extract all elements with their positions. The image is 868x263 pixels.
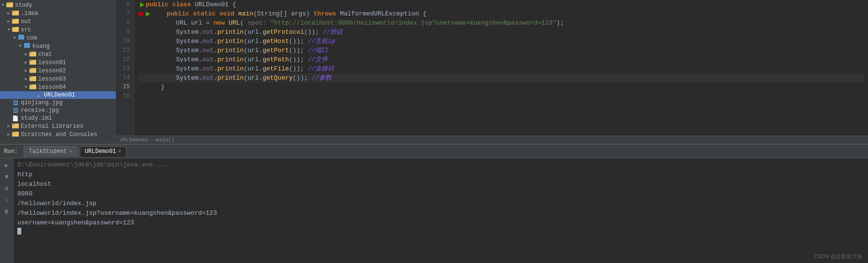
output-line-0: D:\Environment\jdk8\jdk\bin\java.exe ... xyxy=(17,160,864,170)
sidebar-item-studyiml[interactable]: 📄study.iml xyxy=(0,114,116,122)
line-num-13: 13 xyxy=(120,64,130,73)
file-tree: ▼study▶.idea▶out▼src▼com▼kuang▶chat▶less… xyxy=(0,0,116,144)
tree-icon-folder xyxy=(12,26,19,33)
sidebar-item-extlibs[interactable]: ▶External Libraries xyxy=(0,122,116,130)
tree-label-kuang: kuang xyxy=(32,43,50,50)
tree-arrow-extlibs: ▶ xyxy=(6,124,12,129)
line-num-16: 16 xyxy=(120,92,130,101)
code-area[interactable]: public class URLDemo01 { public static v… xyxy=(134,0,868,136)
sidebar-item-idea[interactable]: ▶.idea xyxy=(0,9,116,17)
tree-arrow-lesson03: ▶ xyxy=(23,76,29,82)
sidebar-item-receive[interactable]: 🖼receive.jpg xyxy=(0,107,116,114)
output-line-2: localhost xyxy=(17,180,864,189)
sidebar-item-src[interactable]: ▼src xyxy=(0,26,116,34)
code-text-7: public class URLDemo01 { xyxy=(146,0,236,9)
output-text[interactable]: D:\Environment\jdk8\jdk\bin\java.exe ...… xyxy=(14,158,868,263)
svg-rect-9 xyxy=(19,36,23,39)
tree-icon-folder xyxy=(12,18,19,25)
tree-arrow-idea: ▶ xyxy=(6,11,12,16)
line-num-10: 10 xyxy=(120,37,130,46)
svg-rect-1 xyxy=(6,2,9,4)
output-line-3: 8080 xyxy=(17,189,864,199)
run-label: Run: xyxy=(4,148,18,155)
sidebar-item-lesson04[interactable]: ▼lesson04 xyxy=(0,83,116,91)
run-tab-label-TalkStudent: TalkStudent xyxy=(29,148,67,155)
tree-arrow-study: ▼ xyxy=(0,3,6,8)
output-line-7 xyxy=(17,228,864,235)
tree-arrow-src: ▼ xyxy=(6,28,12,32)
output-controls: ▶ ■ ⏸ ⤵ 🗑 xyxy=(0,158,14,263)
sidebar-item-kuang[interactable]: ▼kuang xyxy=(0,42,116,50)
run-tab-close-URLDemo01[interactable]: × xyxy=(118,149,121,154)
watermark: CSDN @@星辰大海 xyxy=(813,253,862,260)
tree-label-chat: chat xyxy=(38,51,52,58)
code-text-14: System.out.println(url.getFile()); //全路径 xyxy=(146,64,334,73)
clear-button[interactable]: 🗑 xyxy=(2,207,12,216)
sidebar-item-lesson02[interactable]: ▶lesson02 xyxy=(0,67,116,75)
stop-button[interactable]: ■ xyxy=(2,172,12,181)
svg-rect-17 xyxy=(29,68,32,69)
tree-label-receive: receive.jpg xyxy=(21,107,59,114)
code-line-11: System.out.println(url.getHost()); //主机i… xyxy=(138,37,864,46)
tree-icon-folder xyxy=(12,131,19,138)
step-button[interactable]: ⤵ xyxy=(2,195,12,205)
sidebar-item-URLDemo01[interactable]: ☕URLDemo01 xyxy=(0,91,116,99)
output-area: ▶ ■ ⏸ ⤵ 🗑 D:\Environment\jdk8\jdk\bin\ja… xyxy=(0,158,868,263)
code-line-16: } xyxy=(138,83,864,92)
tree-icon-folder xyxy=(29,75,37,83)
run-again-button[interactable]: ▶ xyxy=(2,160,12,170)
sidebar-item-study[interactable]: ▼study xyxy=(0,1,116,9)
editor-content: 678910111213141516 public class URLDemo0… xyxy=(116,0,868,136)
tree-icon-package xyxy=(17,34,25,42)
tree-icon-folder xyxy=(6,1,14,9)
main-area: ▼study▶.idea▶out▼src▼com▼kuang▶chat▶less… xyxy=(0,0,868,145)
tree-label-studyiml: study.iml xyxy=(21,115,52,122)
code-text-16: } xyxy=(146,83,165,92)
gutter-icon-8[interactable] xyxy=(144,12,152,16)
pause-button[interactable]: ⏸ xyxy=(2,183,12,193)
sidebar-item-qinjiang[interactable]: 🖼qinjiang.jpg xyxy=(0,99,116,107)
sidebar-item-out[interactable]: ▶out xyxy=(0,17,116,26)
gutter-icon-7[interactable] xyxy=(138,2,146,7)
code-line-8: public static void main(String[] args) t… xyxy=(138,9,864,18)
code-line-13: System.out.println(url.getPath()); //文件 xyxy=(138,55,864,64)
run-tab-URLDemo01[interactable]: URLDemo01× xyxy=(80,146,126,157)
sidebar-item-lesson03[interactable]: ▶lesson03 xyxy=(0,75,116,83)
output-line-1: http xyxy=(17,170,864,180)
tree-icon-folder xyxy=(29,51,37,58)
sidebar-item-com[interactable]: ▼com xyxy=(0,34,116,42)
tree-label-idea: .idea xyxy=(21,10,38,17)
run-tab-TalkStudent[interactable]: TalkStudent× xyxy=(24,146,78,157)
code-line-9: URL url = new URL( spec: "http://localho… xyxy=(138,18,864,28)
breakpoint-8[interactable] xyxy=(138,12,143,16)
run-panel: Run: TalkStudent×URLDemo01× ▶ ■ ⏸ ⤵ 🗑 D:… xyxy=(0,145,868,263)
svg-rect-15 xyxy=(29,60,32,61)
tree-icon-java: ☕ xyxy=(35,92,42,98)
sidebar-item-scratches[interactable]: ▶Scratches and Consoles xyxy=(0,130,116,138)
tree-arrow-kuang: ▼ xyxy=(17,44,23,49)
run-tabs-list: TalkStudent×URLDemo01× xyxy=(24,146,126,157)
svg-rect-25 xyxy=(12,132,15,133)
svg-rect-13 xyxy=(29,52,32,53)
sidebar-item-lesson01[interactable]: ▶lesson01 xyxy=(0,58,116,67)
code-text-10: System.out.println(url.getProtocol()); /… xyxy=(146,28,343,37)
run-tabs-bar: Run: TalkStudent×URLDemo01× xyxy=(0,145,868,158)
tree-arrow-lesson02: ▶ xyxy=(23,68,29,73)
tree-label-qinjiang: qinjiang.jpg xyxy=(21,99,62,106)
tree-arrow-lesson04: ▼ xyxy=(23,85,29,90)
code-text-15: System.out.println(url.getQuery()); //参数 xyxy=(146,73,332,83)
svg-rect-3 xyxy=(12,11,15,12)
sidebar-item-chat[interactable]: ▶chat xyxy=(0,50,116,58)
tree-icon-folder xyxy=(12,10,19,17)
run-tab-label-URLDemo01: URLDemo01 xyxy=(85,148,116,155)
line-num-11: 11 xyxy=(120,46,130,55)
svg-rect-19 xyxy=(29,76,32,78)
code-line-10: System.out.println(url.getProtocol()); /… xyxy=(138,28,864,37)
run-tab-close-TalkStudent[interactable]: × xyxy=(69,149,72,154)
editor-panel: 678910111213141516 public class URLDemo0… xyxy=(116,0,868,144)
breadcrumb: URLDemo01 › main() xyxy=(116,136,868,144)
code-text-8: public static void main(String[] args) t… xyxy=(152,9,427,18)
breadcrumb-sep: › xyxy=(150,137,154,143)
svg-rect-11 xyxy=(25,44,29,47)
tree-label-URLDemo01: URLDemo01 xyxy=(44,92,75,98)
